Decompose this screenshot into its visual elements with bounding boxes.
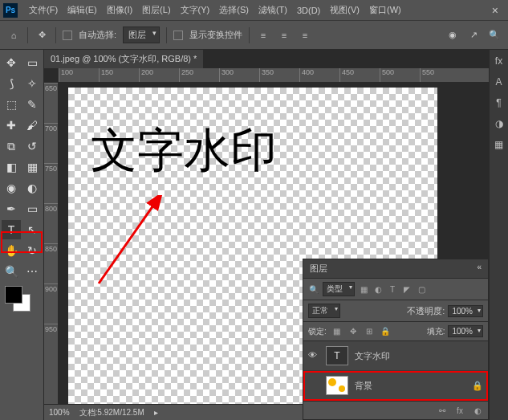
filter-type-icon[interactable]: T [387, 283, 398, 295]
menu-window[interactable]: 窗口(W) [364, 4, 406, 16]
layers-panel-footer: ⚯ fx ◐ [303, 401, 488, 419]
right-dock: fx A ¶ ◑ ▦ [489, 50, 508, 420]
layer-fx-icon[interactable]: fx [454, 405, 465, 416]
history-brush-tool[interactable]: ↺ [22, 137, 42, 156]
layer-row-text[interactable]: 👁 T 文字水印 [303, 341, 488, 371]
home-icon[interactable]: ⌂ [6, 28, 21, 43]
blend-mode-dropdown[interactable]: 正常 [308, 304, 340, 318]
menu-select[interactable]: 选择(S) [214, 4, 254, 16]
layer-name[interactable]: 文字水印 [355, 350, 483, 362]
visibility-icon[interactable]: 👁 [308, 350, 319, 361]
type-tool-highlight [1, 231, 43, 253]
filter-pixel-icon[interactable]: ▦ [358, 283, 369, 295]
link-layers-icon[interactable]: ⚯ [437, 405, 448, 416]
menu-edit[interactable]: 编辑(E) [63, 4, 102, 16]
options-bar: ⌂ ✥ 自动选择: 图层 显示变换控件 ≡ ≡ ≡ ◉ ↗ 🔍 [0, 21, 508, 50]
zoom-tool[interactable]: 🔍 [2, 262, 21, 281]
menu-file[interactable]: 文件(F) [24, 4, 63, 16]
foreground-swatch[interactable] [5, 286, 22, 304]
photoshop-logo: Ps [3, 3, 18, 18]
effects-icon[interactable]: fx [493, 55, 506, 67]
layer-row-background[interactable]: 背景 🔒 [303, 371, 488, 401]
align-icon-3[interactable]: ≡ [298, 28, 312, 43]
lock-artboard-icon[interactable]: ⊞ [364, 326, 375, 337]
opacity-label: 不透明度: [407, 305, 445, 317]
layer-thumbnail-image [326, 376, 348, 395]
filter-adjust-icon[interactable]: ◐ [372, 283, 384, 295]
layers-panel: 图层 « 🔍 类型 ▦ ◐ T ◤ ▢ 正常 不透明度: 100% 锁定: ▦ … [303, 259, 489, 420]
clone-tool[interactable]: ⧉ [2, 137, 21, 156]
menu-type[interactable]: 文字(Y) [176, 4, 215, 16]
healing-tool[interactable]: ✚ [2, 116, 21, 135]
lock-label: 锁定: [308, 326, 327, 337]
filter-search-icon[interactable]: 🔍 [308, 283, 319, 295]
dodge-tool[interactable]: ◐ [22, 178, 42, 198]
share-icon[interactable]: ↗ [466, 28, 481, 43]
zoom-level[interactable]: 100% [49, 408, 70, 417]
lock-icon[interactable]: 🔒 [472, 381, 483, 391]
canvas-text-layer: 文字水印 [91, 120, 277, 182]
3d-mode-icon[interactable]: ◉ [445, 28, 460, 43]
auto-select-label: 自动选择: [79, 29, 116, 41]
align-icon-2[interactable]: ≡ [277, 28, 291, 43]
eraser-tool[interactable]: ◧ [2, 157, 21, 177]
show-transform-label: 显示变换控件 [189, 29, 242, 41]
quick-select-tool[interactable]: ✧ [22, 74, 42, 93]
ruler-horizontal: 100 150 200 250 300 350 400 450 500 550 [59, 68, 489, 83]
blur-tool[interactable]: ◉ [2, 178, 21, 198]
menu-3d[interactable]: 3D(D) [292, 6, 325, 15]
chevron-right-icon[interactable]: ▸ [154, 408, 158, 417]
auto-select-checkbox[interactable] [63, 31, 72, 40]
layer-mask-icon[interactable]: ◐ [472, 405, 483, 416]
fill-label: 填充: [427, 326, 445, 337]
gradient-tool[interactable]: ▦ [22, 157, 42, 177]
document-tab[interactable]: 01.jpeg @ 100% (文字水印, RGB/8) * [44, 50, 203, 68]
filter-type-dropdown[interactable]: 类型 [323, 282, 355, 296]
toolbox: ✥ ▭ ⟆ ✧ ⬚ ✎ ✚ 🖌 ⧉ ↺ ◧ ▦ ◉ ◐ ✒ ▭ T ↖ ✋ ↻ … [0, 50, 44, 420]
search-icon[interactable]: 🔍 [487, 28, 502, 43]
lock-position-icon[interactable]: ✥ [347, 326, 359, 337]
paragraph-icon[interactable]: ¶ [493, 96, 506, 109]
menu-filter[interactable]: 滤镜(T) [254, 4, 292, 16]
swatches-icon[interactable]: ▦ [493, 138, 506, 151]
auto-select-dropdown[interactable]: 图层 [123, 27, 160, 43]
marquee-tool[interactable]: ▭ [22, 53, 42, 72]
layer-list: 👁 T 文字水印 背景 🔒 [303, 341, 488, 401]
visibility-icon[interactable] [308, 380, 319, 391]
color-swatches[interactable] [2, 286, 34, 315]
opacity-input[interactable]: 100% [448, 305, 483, 317]
filter-smart-icon[interactable]: ▢ [416, 283, 427, 295]
menu-image[interactable]: 图像(I) [102, 4, 137, 16]
collapse-icon[interactable]: « [477, 263, 482, 275]
move-tool-icon[interactable]: ✥ [35, 28, 49, 43]
lock-all-icon[interactable]: 🔒 [380, 326, 391, 337]
align-icon[interactable]: ≡ [256, 28, 270, 43]
pen-tool[interactable]: ✒ [2, 199, 21, 218]
show-transform-checkbox[interactable] [173, 31, 183, 40]
layer-thumbnail-text: T [326, 346, 348, 365]
layer-name[interactable]: 背景 [355, 380, 465, 392]
move-tool[interactable]: ✥ [2, 53, 21, 72]
character-icon[interactable]: A [493, 75, 506, 88]
menu-view[interactable]: 视图(V) [325, 4, 364, 16]
ruler-vertical: 650 700 750 800 850 900 950 [44, 83, 59, 404]
shape-tool[interactable]: ▭ [22, 199, 42, 218]
eyedropper-tool[interactable]: ✎ [22, 95, 42, 114]
brush-tool[interactable]: 🖌 [22, 116, 42, 135]
menubar: Ps 文件(F) 编辑(E) 图像(I) 图层(L) 文字(Y) 选择(S) 滤… [0, 0, 508, 21]
color-icon[interactable]: ◑ [493, 117, 506, 130]
edit-toolbar[interactable]: ⋯ [22, 262, 42, 281]
lasso-tool[interactable]: ⟆ [2, 74, 21, 93]
fill-input[interactable]: 100% [448, 325, 483, 337]
doc-info: 文档:5.92M/12.5M [79, 407, 144, 418]
menu-layer[interactable]: 图层(L) [137, 4, 175, 16]
lock-pixels-icon[interactable]: ▦ [331, 326, 343, 337]
filter-shape-icon[interactable]: ◤ [401, 283, 412, 295]
layers-panel-title[interactable]: 图层 [310, 263, 327, 275]
close-icon[interactable]: × [486, 4, 505, 17]
crop-tool[interactable]: ⬚ [2, 95, 21, 114]
